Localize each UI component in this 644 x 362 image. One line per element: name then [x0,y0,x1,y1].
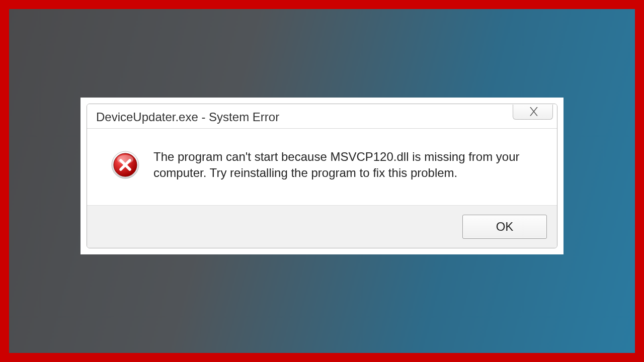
error-dialog: DeviceUpdater.exe - System Error ╳ [87,104,557,249]
svg-point-2 [117,155,133,164]
dialog-titlebar[interactable]: DeviceUpdater.exe - System Error ╳ [87,104,557,128]
dialog-title: DeviceUpdater.exe - System Error [96,104,279,124]
ok-button[interactable]: OK [462,215,547,239]
dialog-outer: DeviceUpdater.exe - System Error ╳ [80,98,564,255]
error-message: The program can't start because MSVCP120… [153,149,539,182]
close-button[interactable]: ╳ [513,105,553,120]
background: DeviceUpdater.exe - System Error ╳ [9,9,635,353]
dialog-footer: OK [87,205,557,248]
dialog-body: The program can't start because MSVCP120… [87,128,557,206]
error-icon [111,149,139,181]
page-frame: DeviceUpdater.exe - System Error ╳ [0,0,644,362]
close-icon: ╳ [530,107,536,117]
